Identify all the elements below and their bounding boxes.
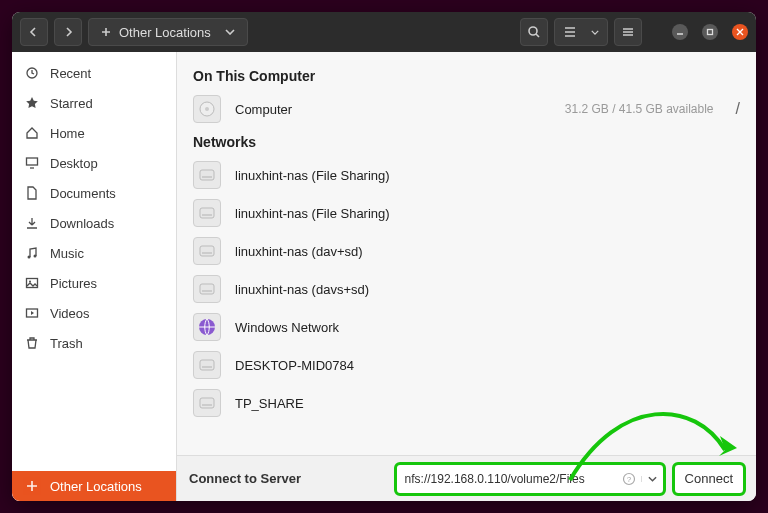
svg-text:?: ?: [626, 475, 631, 484]
svg-rect-20: [200, 360, 214, 370]
server-address-input[interactable]: [397, 465, 617, 493]
trash-icon: [24, 335, 40, 351]
sidebar-item-downloads[interactable]: Downloads: [12, 208, 176, 238]
chevron-right-icon: [63, 27, 73, 37]
sidebar-item-label: Documents: [50, 186, 116, 201]
sidebar-item-label: Desktop: [50, 156, 98, 171]
chevron-down-icon: [648, 476, 657, 482]
forward-button[interactable]: [54, 18, 82, 46]
location-label: linuxhint-nas (dav+sd): [235, 244, 740, 259]
chevron-down-icon: [591, 30, 599, 35]
drive-icon: [193, 237, 221, 265]
drive-icon: [193, 95, 221, 123]
sidebar-item-other-locations[interactable]: Other Locations: [12, 471, 176, 501]
svg-rect-1: [708, 30, 713, 35]
location-row[interactable]: linuxhint-nas (File Sharing): [193, 194, 740, 232]
hamburger-icon: [621, 25, 635, 39]
drive-icon: [193, 199, 221, 227]
sidebar: RecentStarredHomeDesktopDocumentsDownloa…: [12, 52, 177, 501]
svg-rect-16: [202, 252, 212, 254]
sidebar-item-recent[interactable]: Recent: [12, 58, 176, 88]
location-row[interactable]: TP_SHARE: [193, 384, 740, 422]
main-pane: On This Computer Computer31.2 GB / 41.5 …: [177, 52, 756, 501]
location-label: Windows Network: [235, 320, 740, 335]
chevron-down-icon: [225, 29, 235, 35]
sidebar-item-label: Recent: [50, 66, 91, 81]
sidebar-item-home[interactable]: Home: [12, 118, 176, 148]
titlebar: Other Locations: [12, 12, 756, 52]
location-label: linuxhint-nas (File Sharing): [235, 206, 740, 221]
plus-icon: [24, 478, 40, 494]
sidebar-item-label: Starred: [50, 96, 93, 111]
location-row[interactable]: Windows Network: [193, 308, 740, 346]
connect-button[interactable]: Connect: [674, 464, 744, 494]
pictures-icon: [24, 275, 40, 291]
svg-point-4: [28, 256, 31, 259]
clock-icon: [24, 65, 40, 81]
drive-icon: [193, 351, 221, 379]
sidebar-item-videos[interactable]: Videos: [12, 298, 176, 328]
location-label: linuxhint-nas (davs+sd): [235, 282, 740, 297]
maximize-button[interactable]: [702, 24, 718, 40]
section-heading-this-computer: On This Computer: [193, 68, 740, 84]
drive-icon: [193, 275, 221, 303]
location-label: DESKTOP-MID0784: [235, 358, 740, 373]
svg-rect-11: [200, 170, 214, 180]
search-button[interactable]: [520, 18, 548, 46]
back-button[interactable]: [20, 18, 48, 46]
location-row[interactable]: linuxhint-nas (davs+sd): [193, 270, 740, 308]
sidebar-item-label: Downloads: [50, 216, 114, 231]
sidebar-item-label: Home: [50, 126, 85, 141]
svg-point-10: [205, 107, 209, 111]
sidebar-item-label: Music: [50, 246, 84, 261]
desktop-icon: [24, 155, 40, 171]
svg-rect-14: [202, 214, 212, 216]
location-row[interactable]: linuxhint-nas (dav+sd): [193, 232, 740, 270]
location-label: Other Locations: [119, 25, 211, 40]
location-label: Computer: [235, 102, 551, 117]
sidebar-item-desktop[interactable]: Desktop: [12, 148, 176, 178]
connect-footer: Connect to Server ? Connect: [177, 455, 756, 501]
server-history-button[interactable]: [641, 476, 663, 482]
connect-label: Connect to Server: [189, 471, 301, 486]
content-area: On This Computer Computer31.2 GB / 41.5 …: [177, 52, 756, 455]
network-globe-icon: [193, 313, 221, 341]
plus-icon: [101, 27, 111, 37]
section-heading-networks: Networks: [193, 134, 740, 150]
sidebar-item-pictures[interactable]: Pictures: [12, 268, 176, 298]
svg-rect-12: [202, 176, 212, 178]
sidebar-item-label: Videos: [50, 306, 90, 321]
downloads-icon: [24, 215, 40, 231]
svg-rect-15: [200, 246, 214, 256]
sidebar-item-starred[interactable]: Starred: [12, 88, 176, 118]
location-row[interactable]: Computer31.2 GB / 41.5 GB available/: [193, 90, 740, 128]
sidebar-item-label: Pictures: [50, 276, 97, 291]
hamburger-button[interactable]: [614, 18, 642, 46]
close-icon: [736, 28, 744, 36]
svg-rect-22: [200, 398, 214, 408]
svg-rect-18: [202, 290, 212, 292]
location-row[interactable]: linuxhint-nas (File Sharing): [193, 156, 740, 194]
minimize-button[interactable]: [672, 24, 688, 40]
svg-rect-3: [27, 158, 38, 165]
documents-icon: [24, 185, 40, 201]
location-meta: 31.2 GB / 41.5 GB available: [565, 102, 714, 116]
location-label: linuxhint-nas (File Sharing): [235, 168, 740, 183]
sidebar-item-music[interactable]: Music: [12, 238, 176, 268]
server-address-box: ?: [396, 464, 664, 494]
location-row[interactable]: DESKTOP-MID0784: [193, 346, 740, 384]
chevron-left-icon: [29, 27, 39, 37]
help-icon[interactable]: ?: [617, 472, 641, 486]
sidebar-item-documents[interactable]: Documents: [12, 178, 176, 208]
svg-point-5: [34, 255, 37, 258]
svg-rect-21: [202, 366, 212, 368]
close-button[interactable]: [732, 24, 748, 40]
drive-icon: [193, 389, 221, 417]
location-pill[interactable]: Other Locations: [88, 18, 248, 46]
view-list-button[interactable]: [554, 18, 608, 46]
sidebar-item-trash[interactable]: Trash: [12, 328, 176, 358]
svg-rect-13: [200, 208, 214, 218]
music-icon: [24, 245, 40, 261]
sidebar-item-label: Other Locations: [50, 479, 142, 494]
svg-point-0: [529, 27, 537, 35]
